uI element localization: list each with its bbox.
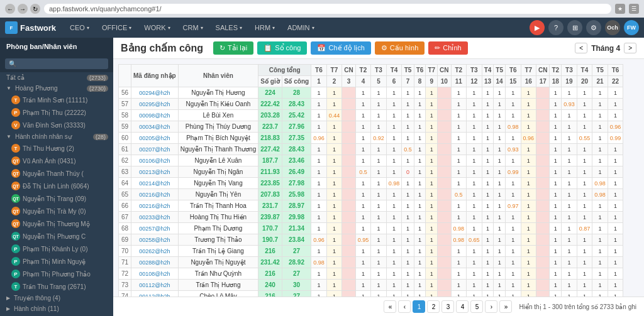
- sidebar-item-thi-thu-huong[interactable]: T Thi Thu Hương (2): [0, 142, 113, 155]
- col-d8-header: T6: [414, 65, 426, 76]
- table-row: 6000205@h2hPhạm Thị Bích Nguyệt218.8327.…: [119, 133, 623, 144]
- cell-day: 1: [592, 110, 608, 121]
- avatar: P: [11, 244, 20, 253]
- cell-day: 1: [386, 200, 402, 212]
- sidebar-item-tran-minh-son[interactable]: T Trần Minh Sơn (11111): [0, 94, 113, 106]
- avatar: QT: [11, 194, 20, 203]
- cell-day: 1: [371, 99, 387, 110]
- cell-hours: 240: [258, 280, 282, 291]
- sidebar-item-vu-anh-anh[interactable]: QT Vũ Anh Ánh (0431): [0, 155, 113, 167]
- cell-day: 1: [505, 212, 521, 223]
- avatar: P: [11, 257, 20, 266]
- menu-icon[interactable]: ☰: [629, 4, 639, 14]
- page-4-btn[interactable]: 4: [456, 300, 469, 313]
- cell-day: [438, 280, 451, 291]
- settings-icon-btn[interactable]: ⚙: [586, 20, 601, 35]
- nav-crm[interactable]: CRM▾: [177, 18, 209, 38]
- cell-day: 0.98: [505, 121, 521, 133]
- sidebar-item-pham-thi-khanh-ly[interactable]: P Phạm Thị Khánh Ly (0): [0, 242, 113, 255]
- last-page-btn[interactable]: »: [499, 300, 512, 313]
- nav-hrm[interactable]: HRM▾: [248, 18, 281, 38]
- sidebar-item-nguyen-thi-phuong[interactable]: QT Nguyễn Thị Phương C: [0, 230, 113, 242]
- cell-day: 1: [451, 144, 467, 155]
- cell-day: 1: [521, 166, 536, 178]
- sidebar: Phòng ban/Nhân viên Tất cả (2733) ▼ Hoàn…: [0, 38, 113, 316]
- avatar: P: [11, 108, 20, 117]
- cell-day: 1: [521, 87, 536, 99]
- cau-hinh-btn[interactable]: ⚙ Cấu hình: [375, 41, 425, 55]
- cell-day: 1: [355, 280, 371, 291]
- table-row: 6300213@h2hNguyễn Thị Ngân211.9326.49110…: [119, 166, 623, 178]
- cell-day: 1: [402, 246, 414, 257]
- sidebar-item-van-dinh-son[interactable]: V Văn Đình Sơn (33333): [0, 119, 113, 131]
- sidebar-item-hanh-chinh[interactable]: ▼ Hành chính nhân sự (28): [0, 131, 113, 142]
- col-d22-header: T6: [608, 65, 623, 76]
- sidebar-item-nguyen-thi-thuong[interactable]: QT Nguyễn Thị Thương Mộ: [0, 217, 113, 230]
- nav-admin[interactable]: ADMIN▾: [281, 18, 320, 38]
- page-1-btn[interactable]: 1: [413, 300, 425, 313]
- sidebar-item-hanh-chinh-2[interactable]: ▶ Hành chính (11): [0, 303, 113, 314]
- cell-day: 1: [355, 223, 371, 234]
- cell-day: 1: [521, 268, 536, 280]
- grid-icon-btn[interactable]: ⊞: [567, 20, 582, 35]
- cell-day: 1: [482, 144, 494, 155]
- prev-month-btn[interactable]: <: [575, 43, 587, 53]
- so-cong-btn[interactable]: 📋 Sổ công: [257, 41, 307, 55]
- cell-day: 1: [402, 110, 414, 121]
- cell-cong: 21.34: [282, 223, 311, 234]
- reload-btn[interactable]: ↻ Tải lại: [213, 41, 253, 55]
- cell-day: 1: [577, 110, 592, 121]
- sidebar-item-do-thi-linh[interactable]: QT Đỗ Thị Linh Linh (6064): [0, 180, 113, 192]
- sidebar-item-hoang-phuong[interactable]: ▼ Hoàng Phương (2730): [0, 83, 113, 94]
- chi-tiet-lich-btn[interactable]: 📅 Chế độ lịch: [311, 41, 370, 55]
- sidebar-item-pham-thi-minh[interactable]: P Phạm Thị Minh Nguyệ: [0, 255, 113, 268]
- page-3-btn[interactable]: 3: [441, 300, 454, 313]
- table-row: 5900034@h2hPhùng Thị Thúy Dương223.727.9…: [119, 121, 623, 133]
- youtube-icon-btn[interactable]: ▶: [530, 20, 545, 35]
- nav-work[interactable]: WORK▾: [138, 18, 176, 38]
- back-btn[interactable]: ←: [5, 4, 15, 14]
- cell-day: 1: [386, 133, 402, 144]
- forward-btn[interactable]: →: [18, 4, 28, 14]
- help-icon-btn[interactable]: ?: [548, 20, 564, 35]
- address-bar[interactable]: app.fastwork.vn/quanlychamcong#1/: [44, 4, 611, 14]
- sidebar-item-pham-thi-thu[interactable]: P Phạm Thị Thu (22222): [0, 106, 113, 119]
- cell-index: 68: [119, 223, 131, 234]
- sidebar-item-nguyen-thi-trang[interactable]: QT Nguyễn Thị Trang (09): [0, 192, 113, 205]
- nav-ceo[interactable]: CEO▾: [64, 18, 96, 38]
- sidebar-search-input[interactable]: [5, 58, 108, 69]
- page-2-btn[interactable]: 2: [427, 300, 440, 313]
- cell-day: 1: [482, 268, 494, 280]
- sidebar-item-truyen-thong[interactable]: ▶ Truyền thông (4): [0, 293, 113, 303]
- cell-day: 1: [577, 178, 592, 189]
- nav-sales[interactable]: SALES▾: [209, 18, 248, 38]
- cell-day: 1: [577, 234, 592, 246]
- cell-name: Trần Thị Hương: [178, 280, 258, 291]
- user-icon-btn[interactable]: Och: [605, 20, 620, 35]
- refresh-btn[interactable]: ↻: [30, 4, 40, 14]
- next-month-btn[interactable]: >: [624, 43, 636, 53]
- page-5-btn[interactable]: 5: [470, 300, 483, 313]
- cell-hours: 170.7: [258, 223, 282, 234]
- cell-day: 1: [371, 212, 387, 223]
- sidebar-item-all[interactable]: Tất cả (2733): [0, 72, 113, 83]
- cell-day: 0.98: [386, 178, 402, 189]
- col-d2-header: T7: [326, 65, 342, 76]
- toolbar: Bảng chấm công ↻ Tải lại 📋 Sổ công 📅 Chế…: [113, 38, 644, 59]
- star-icon[interactable]: ★: [615, 4, 625, 14]
- sidebar-item-nguyen-thi-tra-my[interactable]: QT Nguyễn Thị Trà My (0): [0, 205, 113, 217]
- prev-page-btn[interactable]: ‹: [398, 300, 411, 313]
- nav-office[interactable]: OFFICE▾: [96, 18, 138, 38]
- cell-day: 1: [355, 110, 371, 121]
- fw-icon-btn[interactable]: FW: [624, 20, 639, 35]
- chinh-sua-btn[interactable]: ✏ Chỉnh: [428, 41, 467, 55]
- col-d17-num: 17: [536, 76, 550, 87]
- cell-day: 1: [562, 234, 577, 246]
- cell-day: 1: [467, 291, 482, 297]
- first-page-btn[interactable]: «: [384, 300, 396, 313]
- sidebar-item-nguyen-thanh-thuy[interactable]: QT Nguyễn Thanh Thúy (: [0, 167, 113, 180]
- cell-day: 1: [482, 99, 494, 110]
- sidebar-item-pham-thi-phuong[interactable]: P Phạm Thị Phương Thảo: [0, 268, 113, 280]
- next-page-btn[interactable]: ›: [485, 300, 497, 313]
- sidebar-item-tran-thu-trang[interactable]: T Trần Thu Trang (2671): [0, 280, 113, 293]
